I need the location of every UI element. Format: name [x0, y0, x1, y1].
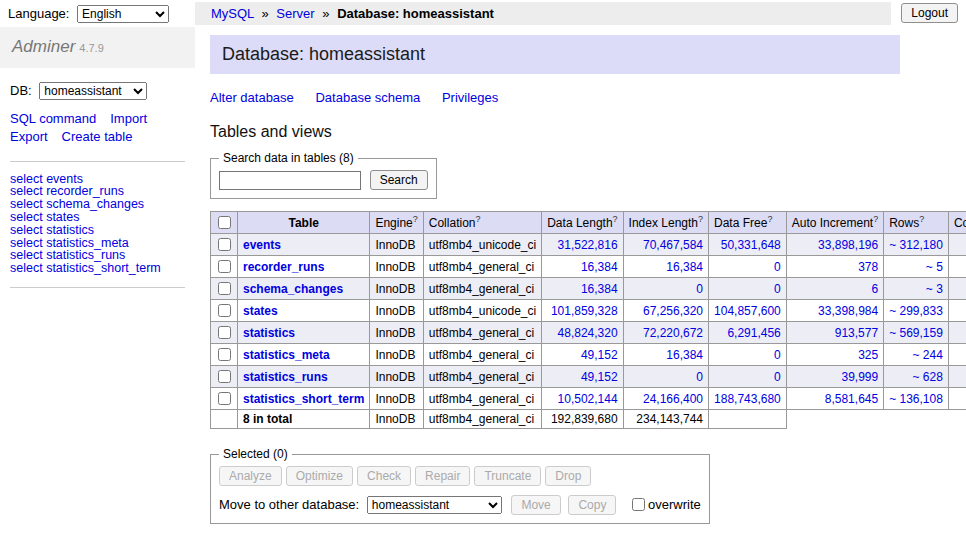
column-header: Data Length?	[542, 212, 623, 234]
breadcrumb-server-link[interactable]: Server	[276, 6, 314, 21]
sidebar-table-link[interactable]: select statistics_short_term	[10, 262, 185, 275]
database-schema-link[interactable]: Database schema	[315, 90, 420, 105]
move-database-select[interactable]: homeassistant	[367, 496, 502, 514]
bulk-action-button[interactable]: Optimize	[286, 466, 353, 486]
sidebar-table-link[interactable]: select statistics	[10, 224, 185, 237]
data-length-link[interactable]: 10,502,144	[558, 392, 618, 406]
search-button[interactable]: Search	[370, 170, 428, 190]
row-checkbox[interactable]	[218, 260, 231, 273]
bulk-action-button[interactable]: Drop	[545, 466, 591, 486]
rows-count-link[interactable]: ~ 628	[913, 370, 943, 384]
column-help-link[interactable]: ?	[475, 214, 480, 224]
database-select[interactable]: homeassistant	[39, 82, 147, 100]
auto-increment-link[interactable]: 913,577	[835, 326, 878, 340]
alter-database-link[interactable]: Alter database	[210, 90, 294, 105]
import-link[interactable]: Import	[110, 111, 147, 126]
create-table-sidebar-link[interactable]: Create table	[62, 129, 133, 144]
db-label: DB:	[10, 83, 32, 98]
table-name-link[interactable]: statistics_runs	[243, 370, 328, 384]
index-length-link[interactable]: 0	[696, 370, 703, 384]
table-name-link[interactable]: schema_changes	[243, 282, 343, 296]
auto-increment-link[interactable]: 33,398,984	[818, 304, 878, 318]
data-free-link[interactable]: 188,743,680	[714, 392, 781, 406]
auto-increment-link[interactable]: 378	[858, 260, 878, 274]
rows-count-link[interactable]: ~ 3	[926, 282, 943, 296]
sidebar-table-link[interactable]: select states	[10, 211, 185, 224]
copy-button[interactable]: Copy	[568, 495, 616, 515]
auto-increment-link[interactable]: 8,581,645	[825, 392, 878, 406]
breadcrumb-current: Database: homeassistant	[337, 6, 494, 21]
select-all-checkbox[interactable]	[218, 216, 231, 229]
breadcrumb-mysql-link[interactable]: MySQL	[211, 6, 254, 21]
index-length-link[interactable]: 16,384	[666, 348, 703, 362]
row-checkbox[interactable]	[218, 304, 231, 317]
data-length-link[interactable]: 49,152	[581, 348, 618, 362]
table-name-link[interactable]: events	[243, 238, 281, 252]
data-length-link[interactable]: 31,522,816	[558, 238, 618, 252]
auto-increment-link[interactable]: 325	[858, 348, 878, 362]
data-length-link[interactable]: 16,384	[581, 260, 618, 274]
column-help-link[interactable]: ?	[413, 214, 418, 224]
column-help-link[interactable]: ?	[613, 214, 618, 224]
data-length-link[interactable]: 49,152	[581, 370, 618, 384]
column-help-link[interactable]: ?	[919, 214, 924, 224]
logout-button[interactable]: Logout	[901, 3, 958, 23]
overwrite-option[interactable]: overwrite	[628, 497, 701, 512]
index-length-link[interactable]: 24,166,400	[643, 392, 703, 406]
auto-increment-link[interactable]: 6	[871, 282, 878, 296]
column-help-link[interactable]: ?	[698, 214, 703, 224]
bulk-action-button[interactable]: Analyze	[219, 466, 282, 486]
bulk-action-button[interactable]: Repair	[415, 466, 470, 486]
row-checkbox[interactable]	[218, 282, 231, 295]
data-length-link[interactable]: 101,859,328	[551, 304, 618, 318]
index-length-link[interactable]: 0	[696, 282, 703, 296]
data-free-link[interactable]: 0	[774, 370, 781, 384]
index-length-link[interactable]: 72,220,672	[643, 326, 703, 340]
export-link[interactable]: Export	[10, 129, 48, 144]
language-select[interactable]: English	[77, 5, 169, 23]
column-help-link[interactable]: ?	[767, 214, 772, 224]
table-name-link[interactable]: states	[243, 304, 278, 318]
rows-count-link[interactable]: ~ 569,159	[889, 326, 943, 340]
row-checkbox[interactable]	[218, 392, 231, 405]
data-length-link[interactable]: 16,384	[581, 282, 618, 296]
column-header-label: Rows	[889, 216, 919, 230]
row-checkbox[interactable]	[218, 370, 231, 383]
auto-increment-link[interactable]: 39,999	[841, 370, 878, 384]
bulk-action-button[interactable]: Check	[357, 466, 411, 486]
index-length-link[interactable]: 16,384	[666, 260, 703, 274]
data-free-link[interactable]: 104,857,600	[714, 304, 781, 318]
table-row: states InnoDB utf8mb4_unicode_ci 101,859…	[211, 300, 966, 322]
rows-count-link[interactable]: ~ 244	[913, 348, 943, 362]
data-free-link[interactable]: 6,291,456	[727, 326, 780, 340]
privileges-link[interactable]: Privileges	[442, 90, 498, 105]
rows-count-link[interactable]: ~ 312,180	[889, 238, 943, 252]
overwrite-checkbox[interactable]	[632, 498, 645, 511]
table-name-link[interactable]: statistics	[243, 326, 295, 340]
adminer-home-link[interactable]: Adminer	[12, 37, 75, 56]
data-free-link[interactable]: 0	[774, 282, 781, 296]
index-length-link[interactable]: 70,467,584	[643, 238, 703, 252]
bulk-action-button[interactable]: Truncate	[474, 466, 541, 486]
data-free-link[interactable]: 50,331,648	[721, 238, 781, 252]
row-checkbox[interactable]	[218, 348, 231, 361]
tables-overview: Table Engine?Collation?Data Length?Index…	[210, 211, 966, 429]
move-button[interactable]: Move	[511, 495, 560, 515]
row-checkbox[interactable]	[218, 238, 231, 251]
data-free-link[interactable]: 0	[774, 260, 781, 274]
table-name-link[interactable]: statistics_meta	[243, 348, 330, 362]
auto-increment-link[interactable]: 33,898,196	[818, 238, 878, 252]
row-checkbox[interactable]	[218, 326, 231, 339]
rows-count-link[interactable]: ~ 299,833	[889, 304, 943, 318]
data-free-link[interactable]: 0	[774, 348, 781, 362]
table-name-link[interactable]: statistics_short_term	[243, 392, 364, 406]
table-name-link[interactable]: recorder_runs	[243, 260, 324, 274]
column-help-link[interactable]: ?	[873, 214, 878, 224]
sql-command-link[interactable]: SQL command	[10, 111, 96, 126]
rows-count-link[interactable]: ~ 5	[926, 260, 943, 274]
rows-count-link[interactable]: ~ 136,108	[889, 392, 943, 406]
data-length-link[interactable]: 48,824,320	[558, 326, 618, 340]
search-input[interactable]	[219, 171, 361, 190]
index-length-link[interactable]: 67,256,320	[643, 304, 703, 318]
move-row: Move to other database: homeassistant Mo…	[219, 495, 701, 515]
